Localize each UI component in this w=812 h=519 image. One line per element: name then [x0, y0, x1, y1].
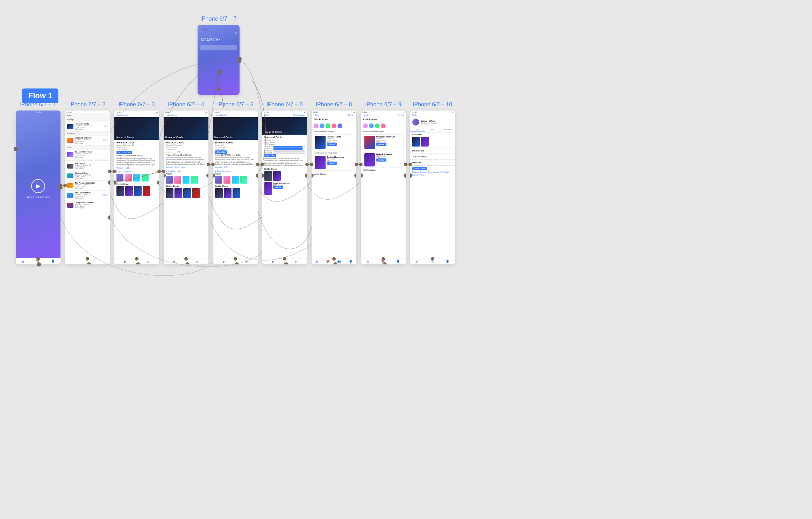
play-button[interactable]: ▶ [31, 179, 45, 193]
home-icon[interactable]: ⊞ [21, 260, 24, 263]
ph10-profile-icon-btn[interactable]: 👤 [446, 260, 449, 263]
show-item-gooddoctor[interactable]: The Good Doctor Season 03 Episode 01Crim… [65, 191, 110, 200]
star-4[interactable]: ★ [172, 151, 174, 153]
ph5-imdb[interactable]: IMDB [224, 166, 228, 168]
ph6-back[interactable]: ‹ Back [264, 114, 269, 116]
ph3-action[interactable]: ⋮ [155, 114, 157, 116]
ph10-tab-info[interactable]: Info [425, 127, 440, 132]
star-2[interactable]: ★ [168, 151, 170, 153]
ph8-rec-shows: House of Cards Season 03Crime, Drama100K… [312, 133, 356, 173]
ph10-div3 [410, 159, 455, 160]
ph10-request[interactable]: Request a Show [420, 171, 432, 173]
ph8-for-you[interactable]: For You [348, 114, 354, 116]
ph8-show1-follow[interactable]: FOLLOW [327, 143, 337, 146]
ph10-twitter[interactable]: Twitter [420, 174, 425, 176]
show-item-deuce[interactable]: The Deuce Season 03 Episode 01Crime, Dra… [65, 161, 110, 171]
rickmorty-thumb [67, 173, 73, 178]
ph6-s2: Season 02 ● [264, 148, 305, 150]
ph3-imdb[interactable]: IMDB [126, 167, 129, 169]
ph6-next[interactable]: Next Episode › [293, 114, 305, 116]
ph5-comments[interactable]: ▶ Read Comments [215, 170, 256, 172]
show-item-designated[interactable]: Designated Survivor Season 03 Episode 01… [65, 200, 110, 210]
ph8-profile-icon[interactable]: 👤 [349, 260, 352, 263]
ph5-play-icon[interactable]: ▶ [223, 260, 225, 263]
ph4-comments[interactable]: ▶ Read Comments [166, 170, 206, 172]
ph8-show-1[interactable]: House of Cards Season 03Crime, Drama100K… [314, 134, 354, 150]
ph5-right-dot [256, 173, 258, 178]
show-item-rickmorty[interactable]: Rick and Morty Season 03 Episode 01Crime… [65, 171, 110, 181]
ph5-back[interactable]: ‹ Next Episode [215, 114, 227, 116]
ph10-tab-comments[interactable]: Comments [440, 127, 455, 132]
ph4-wikipedia[interactable]: Wikipedia [166, 166, 173, 168]
ph4-play-icon[interactable]: ▶ [173, 260, 176, 263]
ph5-info-icon[interactable]: ⊕ [245, 260, 248, 263]
ph3-back[interactable]: ‹ Next Episode [116, 114, 128, 116]
ph5-body: House of Cards Seasons 05Crime, Drama100… [213, 140, 258, 199]
ph3-play-icon[interactable]: ▶ [124, 260, 127, 263]
ph10-website[interactable]: Visit Website [440, 171, 449, 173]
ph5-follow-btn[interactable]: FOLLOW [215, 150, 227, 154]
hoc-sub: Season 05 Episode 13Crime, Drama100K vie… [75, 125, 102, 130]
ph9-home-icon[interactable]: ⊞ [366, 260, 369, 263]
search-bar[interactable] [200, 45, 237, 50]
ph8-home-icon[interactable]: ⊞ [315, 260, 318, 263]
ph10-tab-list[interactable]: List [410, 127, 425, 132]
ph4-info-icon[interactable]: ⊕ [196, 260, 199, 263]
ph4-imdb[interactable]: IMDB [175, 166, 179, 168]
ph10-search-icon[interactable]: 🔍 [430, 260, 434, 263]
ph8-time: 9:41 AM [313, 111, 318, 113]
ph6-bojack-follow[interactable]: FOLLOW [273, 186, 283, 189]
profile-icon[interactable]: 👤 [51, 260, 55, 263]
ph6-meta: Seasons 05Crime, Drama100K viewers [264, 139, 305, 145]
ph9-show-1[interactable]: Designated Survivor Season 03Crime, Dram… [363, 134, 404, 150]
ph3-meta: Season 05 Episode 13Crime, Drama100K vie… [116, 144, 157, 150]
ph8-show2-follow[interactable]: FOLLOW [327, 162, 337, 165]
ph8-nav: ‹ Back For You [312, 113, 356, 117]
ph8-friends-icon[interactable]: 👥 [337, 260, 341, 263]
ph3-wikipedia[interactable]: Wikipedia [116, 167, 123, 169]
ph3-similar [116, 186, 157, 196]
ph9-back[interactable]: ‹ Back [363, 114, 368, 116]
ph8-show-2[interactable]: BoJack Horseman 100K viewers 0.5hs FOLLO… [314, 155, 354, 171]
ph9-show1-follow[interactable]: FOLLOW [376, 143, 386, 146]
show-item-dragonball[interactable]: Dragon Ball Super Season 05 Episode 30Ac… [65, 136, 110, 145]
ph10-profile-tab[interactable]: Profile [412, 114, 417, 116]
ph3-comments[interactable]: ▶ Read Comments [116, 171, 157, 173]
star-3[interactable]: ★ [170, 151, 172, 153]
ph4-twitter[interactable]: Twitter [181, 166, 185, 168]
ph6-info-icon[interactable]: ⊕ [294, 260, 297, 263]
ph6-play-icon[interactable]: ▶ [272, 260, 275, 263]
ph2-right-dot2 [108, 215, 110, 220]
ph10-facebook[interactable]: Facebook [412, 174, 419, 176]
ph9-profile-icon[interactable]: 👤 [396, 260, 400, 263]
ph9-show-2[interactable]: BoJack Horseman 100K viewers0.5hs FOLLOW [363, 152, 404, 168]
ph5-wikipedia[interactable]: Wikipedia [215, 166, 222, 168]
ph5-action[interactable]: ⋮ [254, 114, 256, 116]
phone-5-screen: 9:41 AM ●● ‹ Next Episode ⋮ House of Car… [213, 111, 258, 264]
ph4-back[interactable]: ‹ Next Episode [166, 114, 177, 116]
ph10-feedback[interactable]: Feedback [412, 171, 419, 173]
ph10-profile-follows: 0 Followers 0 Following [421, 122, 437, 124]
ph3-info-icon[interactable]: ⊕ [147, 260, 149, 263]
ph6-follow-btn[interactable]: FOLLOW [264, 154, 276, 157]
ph10-notwatched-label: Not Watched [410, 149, 455, 153]
ph8-back[interactable]: ‹ Back [314, 114, 319, 116]
show-item-hoc[interactable]: House of Cards Season 05 Episode 13Crime… [65, 122, 110, 131]
ph10-home-icon[interactable]: ⊞ [416, 260, 419, 263]
ph8-calendar-icon[interactable]: 📅 [326, 260, 330, 263]
show-item-bojack[interactable]: BoJack Horseman Season 03 Episode 01Crim… [65, 150, 110, 159]
ph4-sim-4 [192, 188, 200, 198]
ph9-for-you[interactable]: For You [398, 114, 404, 116]
star-5[interactable]: ★ [174, 151, 176, 153]
ph5-time: 9:41 AM [214, 111, 220, 113]
ph4-action[interactable]: ⋮ [205, 114, 206, 116]
close-icon[interactable]: × [235, 31, 237, 35]
show-item-amazing[interactable]: The Amazing World of Season 03 Episode 0… [65, 181, 110, 191]
star-1[interactable]: ★ [166, 151, 168, 153]
ph10-share-btn[interactable]: Share a Show [412, 167, 427, 170]
ph9-show2-follow[interactable]: FOLLOW [376, 158, 386, 162]
ph3-right-dot [157, 180, 159, 185]
phone-2-frame: 9:41 AM ●● Past Friday House of Cards Se… [65, 111, 110, 264]
ph3-add-btn[interactable]: NEXT EPISODE [116, 151, 132, 154]
ph10-rate[interactable]: Rate App [433, 171, 440, 173]
